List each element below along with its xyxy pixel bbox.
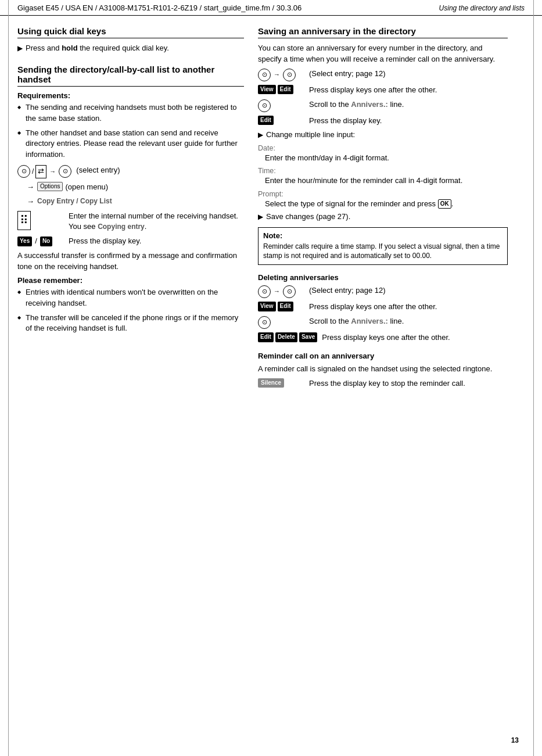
yes-badge: Yes (17, 237, 32, 246)
key-row-copy: → Copy Entry / Copy List (17, 196, 244, 207)
del-scroll-icon: ⊙ (258, 316, 271, 329)
section-sending-directory: Sending the directory/call-by-call list … (17, 65, 244, 334)
transfer-icon: ⇄ (35, 165, 46, 178)
eds-edit-badge: Edit (258, 332, 274, 342)
section-saving-anniversary: Saving an anniversary in the directory Y… (258, 26, 508, 265)
key-cell-del-view-edit: View Edit (258, 302, 304, 311)
page-columns: Using quick dial keys ▶ Press and hold t… (0, 16, 542, 393)
key-row-options: → Options (open menu) (17, 182, 244, 193)
remember-item-1: Entries with identical numbers won't be … (17, 287, 244, 309)
date-desc: Enter the month/day in 4-digit format. (258, 153, 508, 163)
time-desc: Enter the hour/minute for the reminder c… (258, 175, 508, 186)
r-phone-icon-1: ⊙ (258, 69, 271, 81)
section-deleting-title: Deleting anniversaries (258, 273, 508, 282)
section-quick-dial-title: Using quick dial keys (17, 26, 244, 38)
arrow-copy: → (27, 196, 34, 207)
scroll-phone-icon: ⊙ (258, 99, 271, 112)
please-remember-title: Please remember: (17, 276, 244, 285)
key-cell-view-edit: View Edit (258, 85, 304, 95)
remember-item-2: The transfer will be canceled if the pho… (17, 313, 244, 335)
key-cell-scroll-anniv: ⊙ (258, 99, 304, 112)
eds-save-badge: Save (299, 332, 317, 342)
prompt-desc: Select the type of signal for the remind… (258, 199, 508, 209)
key-row-yes-no: Yes / No Press the display key. (17, 236, 244, 247)
requirements-list: The sending and receiving handsets must … (17, 102, 244, 160)
slash-yes-no: / (35, 236, 37, 247)
del-view-badge: View (258, 302, 276, 311)
key-desc-select: (select entry) (76, 165, 244, 176)
key-row-silence: Silence Press the display key to stop th… (258, 378, 508, 389)
key-row-select-entry: ⊙ / ⇄ → ⊙ (select entry) (17, 165, 244, 178)
key-desc-scroll-anniv: Scroll to the Annivers.: line. (309, 99, 508, 110)
edit-badge-2: Edit (258, 116, 274, 126)
section-saving-title: Saving an anniversary in the directory (258, 26, 508, 38)
no-badge: No (40, 237, 52, 246)
page-header: Gigaset E45 / USA EN / A31008-M1751-R101… (0, 0, 542, 16)
r-arrow-sep: → (274, 70, 280, 80)
remember-list: Entries with identical numbers won't be … (17, 287, 244, 334)
key-row-edit-delete-save: Edit Delete Save Press display keys one … (258, 332, 508, 343)
arrow-save-icon: ▶ (258, 212, 263, 222)
key-desc-yes-no: Press the display key. (69, 236, 244, 247)
change-multi-line-item: ▶ Change multiple line input: (258, 130, 508, 141)
section-reminder-call: Reminder call on an anniversary A remind… (258, 352, 508, 389)
header-left-text: Gigaset E45 / USA EN / A31008-M1751-R101… (17, 3, 301, 12)
note-title: Note: (263, 231, 502, 240)
reminder-intro: A reminder call is signaled on the hands… (258, 364, 508, 375)
section-deleting: Deleting anniversaries ⊙ → ⊙ (Select ent… (258, 273, 508, 343)
del-key-desc-eds: Press display keys one after the other. (322, 332, 508, 343)
copying-entry-link: Copying entry (98, 223, 145, 231)
del-key-desc-scroll: Scroll to the Annivers.: line. (309, 316, 508, 327)
key-desc-edit-only: Press the display key. (309, 116, 508, 127)
key-cell-select: ⊙ / ⇄ → ⊙ (17, 165, 71, 178)
del-key-desc-view-edit: Press display keys one after the other. (309, 302, 508, 313)
section-quick-dial: Using quick dial keys ▶ Press and hold t… (17, 26, 244, 54)
key-row-r-select: ⊙ → ⊙ (Select entry; page 12) (258, 69, 508, 81)
transfer-confirm-text: A successful transfer is confirmed by a … (17, 250, 244, 273)
key-cell-grid: ⠿ (17, 211, 64, 230)
change-multi-text: Change multiple line input: (266, 130, 355, 141)
section-sending-title: Sending the directory/call-by-call list … (17, 65, 244, 87)
eds-delete-badge: Delete (275, 332, 297, 342)
quick-dial-item: ▶ Press and hold the required quick dial… (17, 43, 244, 54)
del-arrow-sep: → (274, 287, 280, 296)
key-row-edit-only: Edit Press the display key. (258, 116, 508, 127)
right-column: Saving an anniversary in the directory Y… (258, 26, 508, 393)
field-time: Time: Enter the hour/minute for the remi… (258, 167, 508, 186)
key-cell-silence: Silence (258, 378, 304, 388)
del-edit-badge: Edit (278, 302, 293, 311)
key-row-grid: ⠿ Enter the internal number of the recei… (17, 211, 244, 233)
save-changes-item: ▶ Save changes (page 27). (258, 212, 508, 223)
key-row-del-select: ⊙ → ⊙ (Select entry; page 12) (258, 285, 508, 298)
key-cell-del-select: ⊙ → ⊙ (258, 285, 304, 298)
key-row-view-edit: View Edit Press display keys one after t… (258, 85, 508, 96)
requirement-item-1: The sending and receiving handsets must … (17, 102, 244, 124)
key-desc-silence: Press the display key to stop the remind… (309, 378, 508, 389)
key-cell-edit-only: Edit (258, 116, 304, 126)
page-container: Gigaset E45 / USA EN / A31008-M1751-R101… (0, 0, 542, 756)
del-key-desc-select: (Select entry; page 12) (309, 285, 508, 296)
silence-badge: Silence (258, 378, 284, 388)
copy-entry-link: Copy Entry / Copy List (37, 196, 112, 206)
arrow-right-icon: ▶ (17, 44, 23, 53)
key-row-del-scroll: ⊙ Scroll to the Annivers.: line. (258, 316, 508, 329)
prompt-label: Prompt: (258, 190, 508, 198)
left-column: Using quick dial keys ▶ Press and hold t… (17, 26, 244, 393)
del-phone-icon-1: ⊙ (258, 285, 271, 298)
field-date: Date: Enter the month/day in 4-digit for… (258, 144, 508, 163)
phone-icon-1: ⊙ (17, 165, 30, 178)
note-box: Note: Reminder calls require a time stam… (258, 227, 508, 266)
slash-sep: / (32, 167, 34, 177)
section-reminder-title: Reminder call on an anniversary (258, 352, 508, 360)
del-phone-icon-2: ⊙ (283, 285, 296, 298)
key-row-del-view-edit: View Edit Press display keys one after t… (258, 302, 508, 313)
field-prompt: Prompt: Select the type of signal for th… (258, 190, 508, 209)
key-cell-edit-delete-save: Edit Delete Save (258, 332, 317, 342)
r-key-desc-select: (Select entry; page 12) (309, 69, 508, 80)
save-changes-text: Save changes (page 27). (266, 212, 350, 223)
key-cell-yes-no: Yes / No (17, 236, 64, 247)
key-row-scroll-annivers: ⊙ Scroll to the Annivers.: line. (258, 99, 508, 112)
key-cell-del-scroll: ⊙ (258, 316, 304, 329)
arrow-sep-1: → (49, 167, 56, 177)
open-menu-text: (open menu) (65, 182, 108, 193)
